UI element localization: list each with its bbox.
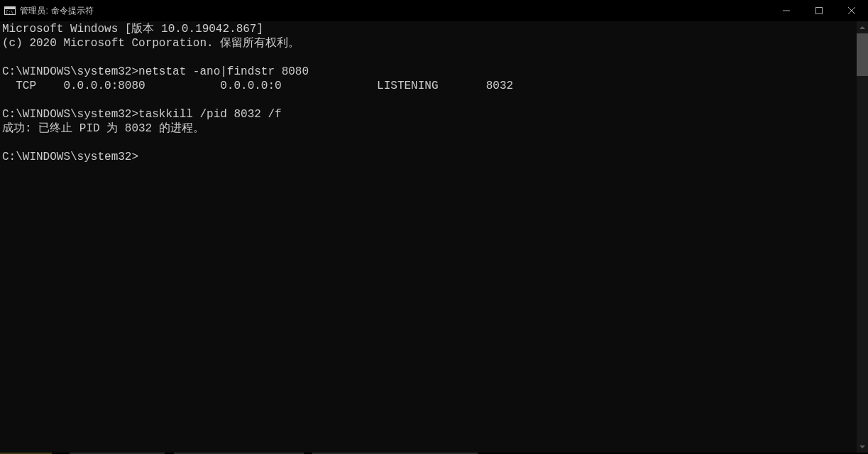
window-controls	[770, 0, 868, 21]
cmd-icon: C:\	[4, 5, 16, 16]
titlebar[interactable]: C:\ 管理员: 命令提示符	[0, 0, 868, 21]
terminal-line: 成功: 已终止 PID 为 8032 的进程。	[2, 122, 204, 135]
terminal-line: (c) 2020 Microsoft Corporation. 保留所有权利。	[2, 37, 300, 50]
terminal-line: C:\WINDOWS\system32>taskkill /pid 8032 /…	[2, 108, 282, 121]
vertical-scrollbar[interactable]	[857, 21, 868, 453]
scrollbar-thumb[interactable]	[857, 33, 868, 76]
scrollbar-up-arrow-icon[interactable]	[857, 21, 868, 33]
content-area: Microsoft Windows [版本 10.0.19042.867] (c…	[0, 21, 868, 453]
terminal-line: Microsoft Windows [版本 10.0.19042.867]	[2, 23, 263, 36]
terminal-line: C:\WINDOWS\system32>	[2, 151, 138, 163]
maximize-button[interactable]	[803, 0, 835, 21]
cmd-window: C:\ 管理员: 命令提示符 Microsoft Windows [版本 10.…	[0, 0, 868, 454]
svg-text:C:\: C:\	[6, 9, 13, 14]
window-title: 管理员: 命令提示符	[20, 5, 94, 17]
terminal-output[interactable]: Microsoft Windows [版本 10.0.19042.867] (c…	[0, 21, 857, 453]
scrollbar-down-arrow-icon[interactable]	[857, 441, 868, 453]
minimize-button[interactable]	[770, 0, 803, 21]
svg-rect-4	[816, 8, 823, 14]
close-button[interactable]	[835, 0, 868, 21]
terminal-line: TCP 0.0.0.0:8080 0.0.0.0:0 LISTENING 803…	[2, 80, 513, 92]
svg-marker-7	[859, 26, 865, 29]
terminal-line: C:\WINDOWS\system32>netstat -ano|findstr…	[2, 65, 309, 78]
svg-marker-8	[859, 445, 865, 448]
titlebar-left: C:\ 管理员: 命令提示符	[0, 5, 94, 17]
